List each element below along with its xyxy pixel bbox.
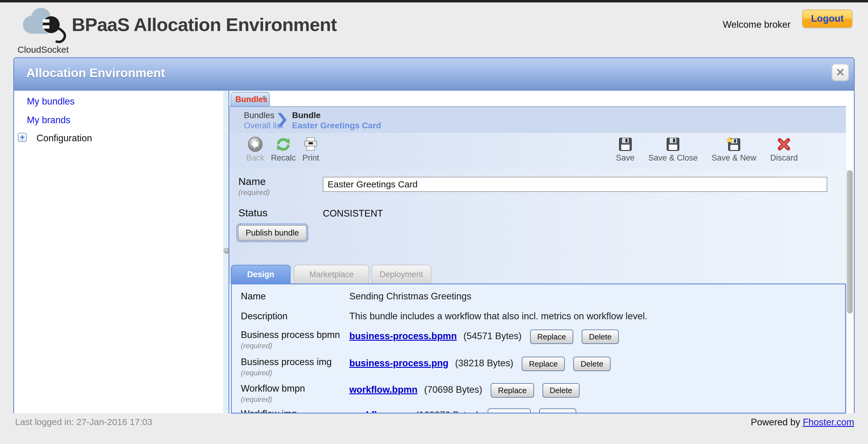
save-new-button[interactable]: Save & New xyxy=(712,136,756,163)
file-link[interactable]: business-process.png xyxy=(349,358,448,369)
file-required-note: (required) xyxy=(241,369,349,377)
file-row: Business process bpmn (required) busines… xyxy=(241,329,839,350)
discard-label: Discard xyxy=(770,153,798,163)
breadcrumb: Bundles Overall list Bundle Easter Greet… xyxy=(229,106,846,133)
publish-bundle-button[interactable]: Publish bundle xyxy=(238,225,307,241)
recalc-button[interactable]: Recalc xyxy=(271,136,296,163)
tab-close-icon[interactable]: × xyxy=(262,93,266,101)
allocation-environment-window: Allocation Environment × My bundles My b… xyxy=(13,57,855,413)
floppy-disk-star-icon xyxy=(726,136,742,152)
name-required-note: (required) xyxy=(239,188,270,197)
file-label: Workflow img xyxy=(241,408,349,414)
brand-label: CloudSocket xyxy=(18,44,78,55)
file-size: (38218 Bytes) xyxy=(455,358,513,369)
package-name-row: Name Sending Christmas Greetings xyxy=(241,291,839,302)
floppy-disk-icon xyxy=(665,136,681,152)
refresh-arrows-icon xyxy=(276,136,291,152)
file-required-note: (required) xyxy=(241,342,349,350)
replace-button[interactable]: Replace xyxy=(488,408,531,414)
back-button[interactable]: Back xyxy=(246,136,264,163)
replace-button[interactable]: Replace xyxy=(530,329,573,344)
package-description-row: Description This bundle includes a workf… xyxy=(241,311,839,322)
file-link[interactable]: workflow.bpmn xyxy=(349,384,417,395)
delete-button[interactable]: Delete xyxy=(573,357,610,371)
status-value: CONSISTENT xyxy=(323,208,383,219)
name-input[interactable] xyxy=(323,177,827,192)
save-new-label: Save & New xyxy=(712,153,756,163)
tab-deployment[interactable]: Deployment xyxy=(371,265,431,283)
file-label: Business process img xyxy=(241,357,349,368)
window-body: My bundles My brands + Configuration Bun… xyxy=(14,91,854,413)
package-description-value: This bundle includes a workflow that als… xyxy=(349,311,647,322)
logout-button[interactable]: Logout xyxy=(802,10,852,28)
package-name-label: Name xyxy=(241,291,349,302)
delete-button[interactable]: Delete xyxy=(539,408,576,414)
breadcrumb-level2-value: Easter Greetings Card xyxy=(292,121,381,130)
breadcrumb-level2-title: Bundle xyxy=(292,110,321,120)
save-close-label: Save & Close xyxy=(648,153,698,163)
cloudsocket-logo: CloudSocket xyxy=(18,6,72,54)
file-row: Workflow img workflow.png (169876 Bytes)… xyxy=(241,408,839,414)
file-size: (169876 Bytes) xyxy=(416,410,479,414)
save-button[interactable]: Save xyxy=(616,136,635,163)
powered-by: Powered by Fhoster.com xyxy=(751,417,854,428)
tab-design-package[interactable]: Design package xyxy=(231,265,290,283)
powered-by-text: Powered by xyxy=(751,417,800,427)
tab-bundles[interactable]: Bundles × xyxy=(230,92,270,106)
file-row: Business process img (required) business… xyxy=(241,357,839,377)
file-label: Business process bpmn xyxy=(241,329,349,340)
name-label: Name xyxy=(239,176,266,187)
discard-button[interactable]: Discard xyxy=(770,136,798,163)
document-tabstrip: Bundles × xyxy=(229,91,854,106)
replace-button[interactable]: Replace xyxy=(491,383,534,398)
printer-icon xyxy=(303,136,318,152)
file-link[interactable]: workflow.png xyxy=(349,410,409,414)
sidebar-item-my-bundles[interactable]: My bundles xyxy=(27,96,75,107)
fhoster-link[interactable]: Fhoster.com xyxy=(803,417,854,427)
delete-button[interactable]: Delete xyxy=(542,383,580,398)
save-label: Save xyxy=(616,153,635,163)
file-link[interactable]: business-process.bpmn xyxy=(349,331,457,342)
expand-plus-icon[interactable]: + xyxy=(18,133,27,142)
floppy-disk-icon xyxy=(618,136,633,152)
file-label: Workflow bmpn xyxy=(241,383,349,394)
tab-marketplace-metadata[interactable]: Marketplace metadata xyxy=(294,265,369,283)
bundle-head-form: Name (required) Status CONSISTENT Publis… xyxy=(229,169,846,283)
save-close-button[interactable]: Save & Close xyxy=(648,136,698,163)
chevron-right-icon xyxy=(277,113,287,129)
file-required-note: (required) xyxy=(241,395,349,404)
file-size: (70698 Bytes) xyxy=(424,384,482,395)
print-button[interactable]: Print xyxy=(303,136,319,163)
toolbar: Back Recalc xyxy=(229,133,846,169)
sidebar: My bundles My brands + Configuration xyxy=(14,91,223,413)
back-label: Back xyxy=(246,153,264,163)
bundle-form: Name (required) Status CONSISTENT Publis… xyxy=(229,169,846,413)
recalc-label: Recalc xyxy=(271,153,296,163)
red-x-icon xyxy=(776,136,792,152)
scrollbar-thumb[interactable] xyxy=(847,170,852,314)
design-package-panel: Name Sending Christmas Greetings Descrip… xyxy=(231,283,846,414)
replace-button[interactable]: Replace xyxy=(522,357,565,371)
file-row: Workflow bmpn (required) workflow.bpmn (… xyxy=(241,383,839,404)
sidebar-item-my-brands[interactable]: My brands xyxy=(27,115,70,126)
window-titlebar: Allocation Environment × xyxy=(14,58,854,91)
app-header: CloudSocket BPaaS Allocation Environment… xyxy=(0,2,868,53)
delete-button[interactable]: Delete xyxy=(582,329,619,344)
page-title: BPaaS Allocation Environment xyxy=(72,14,337,35)
close-icon: × xyxy=(836,64,844,80)
print-label: Print xyxy=(303,153,319,163)
arrow-left-circle-icon xyxy=(247,136,263,152)
window-close-button[interactable]: × xyxy=(832,64,849,81)
package-name-value: Sending Christmas Greetings xyxy=(349,291,471,302)
sidebar-item-configuration[interactable]: Configuration xyxy=(36,133,92,144)
top-strip xyxy=(0,0,868,2)
cloud-plug-icon xyxy=(18,6,72,44)
content-area: Bundles × Bundles Overall list Bundle Ea… xyxy=(228,91,854,413)
status-label: Status xyxy=(239,207,267,219)
breadcrumb-level1-title: Bundles xyxy=(244,110,274,120)
file-size: (54571 Bytes) xyxy=(464,331,522,342)
package-description-label: Description xyxy=(241,311,349,322)
window-title: Allocation Environment xyxy=(26,66,165,80)
welcome-text: Welcome broker xyxy=(723,19,790,30)
last-login-text: Last logged in: 27-Jan-2016 17:03 xyxy=(15,417,152,427)
